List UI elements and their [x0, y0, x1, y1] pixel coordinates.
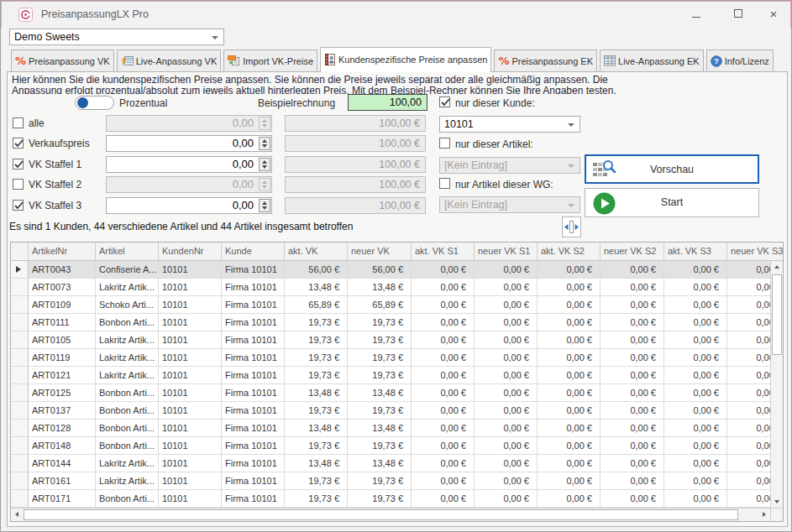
checkbox-verkaufspreis[interactable] [13, 138, 24, 149]
column-header-akt-vk[interactable]: akt. VK [285, 243, 348, 260]
row-marker-cell [11, 314, 29, 331]
table-row[interactable]: ART0105Lakritz Artik...10101Firma 101011… [11, 331, 770, 349]
checkbox-nur-artikel-dieser-wg[interactable] [439, 178, 450, 189]
collapse-panel-button[interactable] [562, 216, 581, 237]
cell: 13,48 € [285, 420, 348, 436]
cell: 0,00 € [412, 331, 475, 348]
column-header-akt-vk-s3[interactable]: akt. VK S3 [664, 243, 727, 260]
column-header-artikelnr[interactable]: ArtikelNr [29, 243, 96, 260]
table-row[interactable]: ART0128Bonbon Arti...10101Firma 1010113,… [11, 420, 770, 437]
article-select[interactable]: [Kein Eintrag] [439, 157, 580, 174]
spin-buttons[interactable] [259, 137, 270, 150]
cell: 0,00 € [664, 296, 727, 313]
preview-button[interactable]: Vorschau [585, 154, 759, 184]
row-marker-cell [11, 420, 29, 436]
checkbox-vk-staffel-3[interactable] [13, 200, 24, 211]
table-row[interactable]: ART0148Bonbon Arti...10101Firma 1010119,… [11, 437, 770, 455]
cell: 0,00 € [538, 349, 601, 366]
group-select-value: [Kein Eintrag] [444, 197, 563, 212]
tab-live-anpassung-ek[interactable]: Live-Anpassung EK [600, 50, 704, 72]
check-mark [13, 137, 25, 149]
cell: 13,48 € [348, 384, 412, 401]
table-row[interactable]: ART0161Lakritz Artik...10101Firma 101011… [11, 472, 770, 490]
cell: 10101 [159, 490, 222, 507]
table-row[interactable]: ART0073Lakritz Artik...10101Firma 101011… [11, 279, 770, 296]
table-row[interactable]: ART0109Schoko Arti...10101Firma 1010165,… [11, 296, 770, 314]
cell: Firma 10101 [222, 331, 285, 348]
example-calc-input[interactable]: 100,00 [348, 94, 427, 111]
tab-info-lizenz[interactable]: ?Info/Lizenz [706, 50, 774, 72]
checkbox-vk-staffel-1[interactable] [13, 159, 24, 170]
column-header-akt-vk-s1[interactable]: akt. VK S1 [412, 243, 475, 260]
cell: ART0161 [29, 472, 96, 489]
column-header-neuer-vk-s1[interactable]: neuer VK S1 [475, 243, 538, 260]
horizontal-scroll-thumb[interactable] [24, 509, 738, 520]
group-select[interactable]: [Kein Eintrag] [439, 196, 580, 213]
cell: ART0148 [29, 437, 96, 454]
row-marker-cell [11, 261, 29, 278]
spin-buttons[interactable] [259, 117, 270, 130]
column-header-akt-vk-s2[interactable]: akt. VK S2 [538, 243, 601, 260]
spin-buttons[interactable] [259, 158, 270, 171]
column-header-neuer-vk-s2[interactable]: neuer VK S2 [601, 243, 664, 260]
scroll-left-button[interactable] [11, 509, 24, 521]
spin-editor-alle[interactable]: 0,00 [106, 115, 272, 132]
tab-preisanpassung-ek[interactable]: %Preisanpassung EK [494, 50, 597, 72]
table-row[interactable]: ART0125Bonbon Arti...10101Firma 1010113,… [11, 384, 770, 402]
spin-editor-verkaufspreis[interactable]: 0,00 [106, 135, 272, 152]
database-select[interactable]: Demo Sweets [9, 29, 224, 45]
scroll-up-button[interactable] [771, 261, 783, 274]
tab-kundenspezifische-preise-anpassen[interactable]: Kundenspezifische Preise anpassen [320, 47, 491, 72]
column-header-kunde[interactable]: Kunde [222, 243, 285, 260]
horizontal-scrollbar[interactable] [11, 508, 770, 521]
spin-editor-vk-staffel-3[interactable]: 0,00 [106, 197, 272, 214]
checkbox-nur-dieser-artikel[interactable] [439, 138, 450, 149]
start-button[interactable]: Start [585, 188, 759, 217]
close-button[interactable]: × [763, 6, 784, 23]
cell: 0,00 € [538, 420, 601, 436]
cell: 0,00 € [475, 279, 538, 295]
table-row[interactable]: ART0121Lakritz Artik...10101Firma 101011… [11, 367, 770, 384]
cell: 0,00 € [412, 279, 475, 295]
spin-buttons[interactable] [259, 178, 270, 191]
table-row[interactable]: ART0171Bonbon Arti...10101Firma 1010119,… [11, 490, 770, 508]
spin-editor-vk-staffel-1[interactable]: 0,00 [106, 156, 272, 173]
table-row[interactable]: ART0119Lakritz Artik...10101Firma 101011… [11, 349, 770, 367]
spin-editor-vk-staffel-2[interactable]: 0,00 [106, 176, 272, 193]
percent-toggle[interactable] [75, 96, 114, 110]
cell: 19,73 € [285, 472, 348, 489]
tab-live-anpassung-vk[interactable]: Live-Anpassung VK [117, 50, 222, 72]
column-header-neuer-vk[interactable]: neuer VK [348, 243, 412, 260]
table-row[interactable]: ART0144Lakritz Artik...10101Firma 101011… [11, 455, 770, 472]
checkbox-nur-dieser-kunde[interactable] [439, 96, 450, 107]
database-select-value: Demo Sweets [14, 29, 207, 44]
maximize-button[interactable] [728, 6, 748, 23]
scroll-right-button[interactable] [758, 509, 770, 521]
cell: 0,00 € [475, 384, 538, 401]
vertical-scrollbar[interactable] [770, 261, 783, 508]
spin-buttons[interactable] [259, 199, 270, 212]
checkbox-alle[interactable] [13, 117, 24, 128]
customer-select[interactable]: 10101 [439, 116, 580, 133]
tab-preisanpassung-vk[interactable]: %Preisanpassung VK [11, 50, 114, 72]
tab-import-vk-preise[interactable]: Import VK-Preise [223, 50, 317, 72]
table-row[interactable]: ART0137Bonbon Arti...10101Firma 1010119,… [11, 402, 770, 420]
chevron-down-icon [568, 123, 574, 127]
column-header-neuer-vk-s3[interactable]: neuer VK S3 [727, 243, 783, 260]
column-header-artikel[interactable]: Artikel [96, 243, 159, 260]
minimize-button[interactable] [686, 6, 706, 23]
checkbox-vk-staffel-2[interactable] [13, 179, 24, 190]
tab-label: Preisanpassung VK [29, 56, 110, 66]
table-grid-icon [604, 55, 616, 66]
row-marker-cell [11, 402, 29, 419]
cell: Firma 10101 [222, 296, 285, 313]
cell: 19,73 € [348, 331, 412, 348]
vertical-scroll-thumb[interactable] [772, 274, 782, 355]
spin-value: 0,00 [107, 157, 254, 172]
cell: 0,00 € [601, 490, 664, 507]
cell: ART0043 [29, 261, 96, 278]
table-row[interactable]: ART0111Bonbon Arti...10101Firma 1010119,… [11, 314, 770, 331]
scroll-down-button[interactable] [771, 495, 783, 508]
table-row[interactable]: ART0043Confiserie A...10101Firma 1010156… [11, 261, 770, 279]
column-header-kundennr[interactable]: KundenNr [159, 243, 222, 260]
